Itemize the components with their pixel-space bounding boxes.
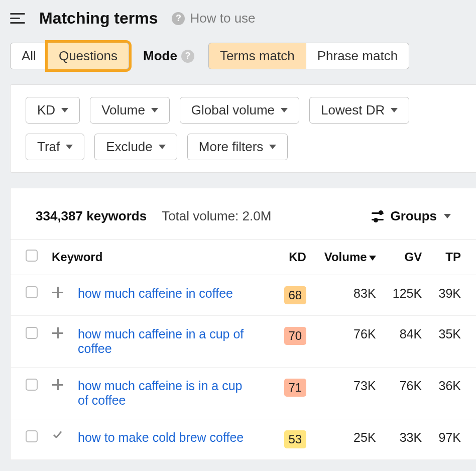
keyword-link[interactable]: how much caffeine is in a cup of coffee (78, 379, 243, 407)
mode-phrase-match[interactable]: Phrase match (306, 43, 409, 69)
cell-volume: 73K (313, 368, 383, 419)
cell-gv: 84K (383, 316, 429, 368)
chevron-down-icon (66, 145, 73, 149)
col-volume[interactable]: Volume (313, 240, 383, 275)
filter-exclude[interactable]: Exclude (94, 134, 177, 160)
filter-traf[interactable]: Traf (26, 134, 84, 160)
mode-label: Mode ? (143, 48, 194, 64)
keywords-table: Keyword KD Volume GV TP how much caffein… (10, 239, 476, 460)
expand-icon[interactable] (52, 379, 63, 390)
cell-tp: 35K (429, 316, 476, 368)
filter-volume[interactable]: Volume (90, 97, 170, 124)
col-kd[interactable]: KD (273, 240, 313, 275)
col-tp[interactable]: TP (429, 240, 476, 275)
filter-more-filters[interactable]: More filters (187, 134, 288, 160)
chevron-down-icon (269, 145, 276, 149)
row-checkbox[interactable] (26, 327, 38, 339)
select-all-checkbox[interactable] (26, 250, 38, 262)
col-keyword[interactable]: Keyword (45, 240, 273, 275)
results-summary: 334,387 keywords Total volume: 2.0M Grou… (10, 188, 476, 239)
chevron-down-icon (61, 108, 68, 112)
cell-volume: 25K (313, 419, 383, 460)
kd-badge: 68 (284, 286, 306, 304)
table-row: how much caffeine in a cup of coffee7076… (11, 316, 477, 368)
kd-badge: 71 (284, 379, 306, 397)
chevron-down-icon (444, 214, 451, 218)
cell-volume: 83K (313, 275, 383, 316)
help-icon: ? (172, 12, 185, 25)
checkmark-icon[interactable] (52, 430, 64, 442)
kd-badge: 53 (284, 430, 306, 448)
chevron-down-icon (159, 145, 166, 149)
groups-toggle[interactable]: Groups (372, 208, 451, 224)
expand-icon[interactable] (52, 327, 63, 338)
total-volume: Total volume: 2.0M (162, 208, 271, 224)
cell-volume: 76K (313, 316, 383, 368)
filter-global-volume[interactable]: Global volume (180, 97, 299, 124)
expand-icon[interactable] (52, 287, 63, 298)
cell-tp: 36K (429, 368, 476, 419)
mode-terms-match[interactable]: Terms match (208, 43, 306, 69)
keyword-count: 334,387 keywords (36, 208, 147, 224)
cell-tp: 39K (429, 275, 476, 316)
row-checkbox[interactable] (26, 430, 38, 442)
filter-kd[interactable]: KD (26, 97, 80, 124)
cell-gv: 33K (383, 419, 429, 460)
table-row: how much caffeine is in a cup of coffee7… (11, 368, 477, 419)
table-row: how much caffeine in coffee6883K125K39K (11, 275, 477, 316)
filter-lowest-dr[interactable]: Lowest DR (309, 97, 409, 124)
cell-gv: 125K (383, 275, 429, 316)
keyword-link[interactable]: how much caffeine in coffee (78, 286, 233, 300)
mode-toggle-group: Terms match Phrase match (208, 43, 409, 69)
chevron-down-icon (151, 108, 158, 112)
how-to-use-label: How to use (190, 11, 255, 26)
table-row: how to make cold brew coffee5325K33K97K (11, 419, 477, 460)
keyword-link[interactable]: how much caffeine in a cup of coffee (78, 327, 244, 356)
groups-label: Groups (391, 208, 437, 224)
row-checkbox[interactable] (26, 379, 38, 391)
tab-questions[interactable]: Questions (48, 43, 129, 69)
row-checkbox[interactable] (26, 286, 38, 298)
menu-icon[interactable] (10, 13, 25, 24)
cell-gv: 76K (383, 368, 429, 419)
col-gv[interactable]: GV (383, 240, 429, 275)
keyword-link[interactable]: how to make cold brew coffee (78, 430, 244, 444)
help-icon[interactable]: ? (181, 50, 194, 63)
chevron-down-icon (281, 108, 288, 112)
chevron-down-icon (391, 108, 398, 112)
tab-all[interactable]: All (10, 43, 48, 69)
cell-tp: 97K (429, 419, 476, 460)
filter-toggle-group: All Questions (10, 43, 129, 69)
filters-panel: KDVolumeGlobal volumeLowest DRTrafExclud… (10, 84, 476, 173)
how-to-use-link[interactable]: ? How to use (172, 11, 255, 26)
sliders-icon (372, 210, 384, 222)
page-title: Matching terms (39, 9, 158, 28)
kd-badge: 70 (284, 327, 306, 345)
sort-desc-icon (369, 256, 376, 261)
